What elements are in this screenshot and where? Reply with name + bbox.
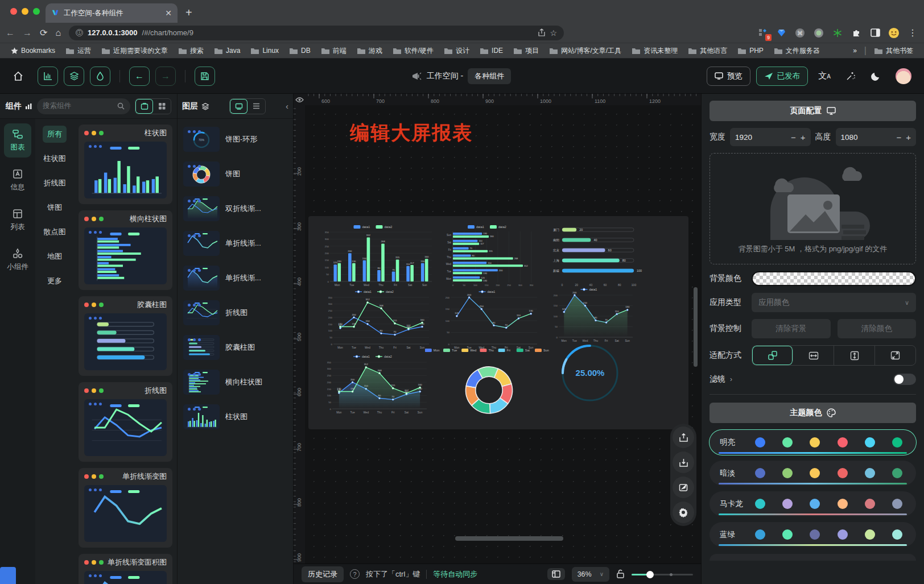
layer-item[interactable]: 横向柱状图 [183,370,287,395]
plus-button[interactable]: + [801,132,806,142]
sidebar-tab-charts[interactable]: 图表 [4,123,31,158]
gradient-line-chart-widget[interactable]: data1050100150200MonTueWedThuFriSatSun12… [438,288,542,351]
magic-wand-icon[interactable] [845,71,856,81]
address-bar[interactable]: ⓘ 127.0.0.1:3000 /#/chart/home/9 ☆ [69,26,564,40]
layer-item[interactable]: 双折线渐... [183,196,287,221]
share-icon[interactable] [538,28,546,37]
site-info-icon[interactable]: ⓘ [76,29,83,36]
sidebar-panel-icon[interactable] [869,27,881,39]
bookmark-folder[interactable]: 软件/硬件 [389,45,438,57]
theme-row-暗淡[interactable]: 暗淡 [710,461,916,486]
canvas-text-widget[interactable]: 编辑大屏报表 [350,120,473,146]
green-circle-extension-icon[interactable] [813,27,824,39]
user-avatar[interactable] [896,68,911,84]
bookmark-star-icon[interactable]: ☆ [550,28,558,38]
save-button[interactable] [195,67,215,86]
bookmark-folder[interactable]: 前端 [317,45,350,57]
fit-height-button[interactable] [834,346,875,365]
upload-button[interactable] [673,426,694,448]
reload-button[interactable]: ⟳ [40,28,47,38]
profile-avatar[interactable] [888,27,900,39]
category-item[interactable]: 折线图 [39,175,71,192]
bookmark-folder[interactable]: 资讯未整理 [628,45,682,57]
undo-button[interactable]: ← [129,67,150,86]
gray-extension-icon[interactable]: ⌘ [794,27,806,39]
extensions-puzzle-icon[interactable] [851,27,862,39]
line-chart-widget[interactable]: data1data2050100150200250300350MonTueWed… [321,288,434,351]
layer-item[interactable]: 单折线渐... [183,231,287,256]
category-item[interactable]: 更多 [43,272,67,289]
browser-tab[interactable]: 工作空间-各种组件 ✕ [46,3,178,23]
bookmark-folder[interactable]: 文件服务器 [770,45,824,57]
background-color-swatch[interactable] [752,271,916,286]
list-view-toggle[interactable] [248,99,265,114]
thumbnail-view-toggle[interactable] [230,99,248,114]
fit-scale-button[interactable] [752,346,793,365]
help-icon[interactable]: ? [350,569,360,579]
collapse-panel-icon[interactable]: ‹ [286,101,288,111]
canvas-area[interactable]: 编辑大屏报表 data1data2050100150200250300350Mo… [305,105,701,564]
bookmark-folder[interactable]: 游戏 [353,45,386,57]
bookmark-folder[interactable]: Java [210,45,244,57]
zoom-select[interactable]: 36%∨ [572,567,609,582]
component-card[interactable]: 单折线渐变面积图 [79,554,172,584]
bookmark-folder[interactable]: 搜索 [174,45,208,57]
bookmark-folder[interactable]: 其他语言 [684,45,731,57]
background-upload-dropzone[interactable]: 背景图需小于 5M ，格式为 png/jpg/gif 的文件 [710,153,916,264]
component-card[interactable]: 柱状图 [79,125,172,204]
filter-toggle[interactable] [893,374,916,385]
download-button[interactable] [673,452,694,473]
layer-item[interactable]: 70%饼图-环形 [183,127,287,152]
layer-item[interactable]: 饼图 [183,161,287,187]
theme-row-蓝绿[interactable]: 蓝绿 [710,522,916,547]
other-bookmarks-folder[interactable]: 其他书签 [870,45,917,57]
preview-button[interactable]: 预览 [707,67,750,86]
theme-row-马卡龙[interactable]: 马卡龙 [710,491,916,516]
category-item[interactable]: 柱状图 [39,150,71,167]
forward-button[interactable]: → [23,28,32,38]
theme-color-header[interactable]: 主题颜色 [710,403,916,423]
maximize-window-button[interactable] [33,8,40,15]
browser-menu-icon[interactable]: ⋮ [907,27,918,39]
gem-extension-icon[interactable] [776,27,787,39]
component-card[interactable]: 横向柱状图 [79,210,172,290]
page-config-header[interactable]: 页面配置 [710,101,916,121]
component-card[interactable]: 单折线渐变图 [79,468,172,548]
layer-item[interactable]: 单折线渐... [183,266,287,291]
extension-grid-icon[interactable]: 9 [757,27,768,39]
green-star-extension-icon[interactable] [832,27,843,39]
bookmarks-overflow-button[interactable]: » [849,45,861,56]
category-item[interactable]: 地图 [43,248,67,265]
layer-item[interactable]: 柱状图 [183,404,287,429]
chart-mode-button[interactable] [38,67,58,86]
sidebar-tab-widgets[interactable]: 小组件 [4,243,31,277]
donut-chart-widget[interactable]: MonTueWedThuFriSatSun [425,346,553,425]
capsule-chart-widget[interactable]: 厦门20南阳40北京60上海80新疆100020406080100 [547,223,651,289]
horizontal-bar-chart-widget[interactable]: data1data2050100150200250300350Sun130160… [438,223,542,289]
dark-mode-moon-icon[interactable] [871,71,881,81]
filter-mode-button[interactable] [90,67,110,86]
layer-item[interactable]: 折线图 [183,300,287,325]
sidebar-tab-list[interactable]: 列表 [4,203,31,237]
dashboard-panel[interactable]: data1data2050100150200250300350MonTueWed… [308,216,688,429]
width-stepper[interactable]: 1920 − + [730,128,811,146]
settings-gear-icon[interactable] [673,502,694,523]
redo-button[interactable]: → [155,67,176,86]
bookmark-folder[interactable]: PHP [733,45,768,57]
lock-icon[interactable] [616,569,625,579]
component-card[interactable]: 折线图 [79,382,172,462]
bookmark-folder[interactable]: 运营 [61,45,95,57]
bookmark-folder[interactable]: DB [285,45,315,57]
dual-gradient-area-chart-widget[interactable]: data1data2050100150200250300350MonTueWed… [320,353,431,416]
search-input[interactable]: 搜索组件 [37,98,130,114]
home-icon[interactable] [13,71,24,82]
bar-chart-widget[interactable]: data1data2050100150200250300350MonTueWed… [317,223,434,289]
category-item[interactable]: 所有 [43,126,67,143]
category-item[interactable]: 散点图 [39,223,71,241]
edit-button[interactable] [673,477,694,498]
ring-progress-widget[interactable]: 25.00% [547,341,633,405]
zoom-slider[interactable] [632,570,693,578]
minimap-button[interactable] [547,568,565,580]
bookmark-folder[interactable]: 设计 [440,45,473,57]
layer-item[interactable]: 胶囊柱图 [183,335,287,360]
